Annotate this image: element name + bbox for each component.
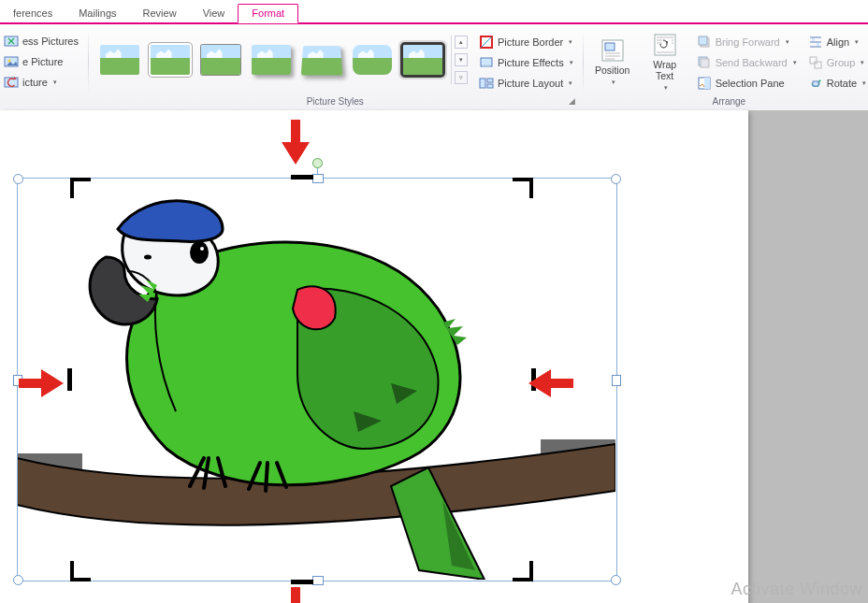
bring-forward-icon	[697, 35, 712, 50]
wrap-text-label: Wrap Text	[653, 60, 676, 81]
ribbon-tabs: ferences Mailings Review View Format	[0, 0, 868, 24]
resize-handle[interactable]	[13, 174, 23, 184]
selection-pane-button[interactable]: Selection Pane	[693, 73, 801, 93]
send-backward-button[interactable]: Send Backward ▾	[693, 52, 801, 72]
dropdown-arrow-icon: ▾	[793, 59, 797, 66]
picture-border-icon	[479, 35, 494, 50]
style-thumb[interactable]	[350, 41, 395, 79]
style-thumb[interactable]	[97, 41, 142, 79]
align-label: Align	[827, 36, 849, 48]
tab-review[interactable]: Review	[130, 5, 190, 22]
dropdown-arrow-icon: ▾	[569, 38, 572, 46]
dropdown-arrow-icon: ▾	[861, 59, 864, 66]
send-backward-label: Send Backward	[716, 57, 788, 68]
svg-rect-8	[487, 79, 493, 82]
dropdown-arrow-icon: ▾	[664, 84, 668, 92]
tab-view[interactable]: View	[190, 5, 239, 22]
dialog-launcher-icon[interactable]: ◢	[566, 95, 579, 108]
picture-layout-icon	[479, 76, 494, 91]
tab-format[interactable]: Format	[238, 4, 298, 23]
group-picture-styles: ▴▾▿ Picture Border ▾ Picture Effects ▾	[88, 24, 583, 110]
compress-pictures-button[interactable]: ess Pictures	[2, 32, 80, 50]
selection-pane-label: Selection Pane	[716, 78, 785, 89]
style-thumb[interactable]	[198, 41, 243, 79]
picture-effects-button[interactable]: Picture Effects ▾	[475, 52, 577, 72]
svg-rect-15	[699, 36, 707, 45]
dropdown-arrow-icon: ▾	[862, 79, 866, 87]
group-label-picture-styles: Picture Styles	[94, 96, 577, 108]
selection-pane-icon	[697, 76, 712, 91]
style-thumb[interactable]	[148, 41, 193, 79]
crop-handle[interactable]	[70, 178, 74, 198]
style-thumb[interactable]	[249, 41, 294, 79]
crop-handle[interactable]	[67, 368, 72, 391]
tab-mailings[interactable]: Mailings	[65, 5, 129, 22]
resize-handle[interactable]	[611, 174, 621, 184]
align-button[interactable]: Align ▾	[804, 32, 868, 51]
position-button[interactable]: Position ▾	[588, 30, 637, 93]
tab-references[interactable]: ferences	[0, 5, 65, 22]
annotation-arrow-icon	[278, 120, 313, 165]
ribbon: ess Pictures e Picture icture ▾	[0, 24, 868, 111]
svg-rect-11	[605, 43, 615, 50]
change-picture-icon	[4, 54, 19, 69]
document-area: Activate Window	[0, 110, 868, 603]
picture-border-label: Picture Border	[498, 36, 563, 48]
align-icon	[808, 35, 823, 50]
svg-rect-19	[704, 78, 710, 89]
rotate-button[interactable]: Rotate ▾	[804, 73, 868, 93]
svg-rect-20	[812, 38, 815, 41]
picture-styles-gallery[interactable]: ▴▾▿	[94, 30, 471, 90]
annotation-arrow-icon	[528, 366, 573, 401]
dropdown-arrow-icon: ▾	[855, 38, 859, 46]
crop-handle[interactable]	[291, 175, 313, 179]
picture-effects-label: Picture Effects	[498, 57, 564, 68]
svg-rect-6	[483, 65, 490, 67]
reset-picture-icon	[4, 75, 19, 90]
crop-handle[interactable]	[529, 178, 533, 198]
bring-forward-button[interactable]: Bring Forward ▾	[693, 32, 801, 51]
reset-picture-button[interactable]: icture ▾	[2, 73, 80, 92]
annotation-arrow-icon	[19, 366, 64, 401]
style-thumb[interactable]	[400, 41, 445, 79]
svg-rect-9	[487, 84, 493, 88]
wrap-text-icon	[652, 32, 678, 58]
picture-layout-label: Picture Layout	[498, 78, 563, 89]
compress-icon	[4, 34, 19, 49]
annotation-arrow-icon	[278, 587, 313, 603]
rotate-handle[interactable]	[312, 158, 323, 168]
svg-rect-24	[813, 81, 818, 86]
svg-rect-17	[701, 59, 709, 67]
crop-handle[interactable]	[529, 561, 533, 581]
group-icon	[808, 55, 823, 70]
dropdown-arrow-icon: ▾	[53, 79, 57, 86]
position-label: Position	[595, 65, 629, 77]
group-adjust: ess Pictures e Picture icture ▾	[0, 24, 88, 110]
dropdown-arrow-icon: ▾	[612, 79, 615, 86]
resize-handle[interactable]	[612, 375, 621, 386]
change-picture-button[interactable]: e Picture	[2, 52, 80, 71]
dropdown-arrow-icon: ▾	[569, 79, 572, 87]
picture-border-button[interactable]: Picture Border ▾	[475, 32, 577, 51]
bring-forward-label: Bring Forward	[716, 36, 780, 48]
style-thumb[interactable]	[299, 41, 344, 79]
crop-frame[interactable]	[70, 178, 533, 581]
wrap-text-button[interactable]: Wrap Text ▾	[641, 30, 689, 93]
resize-handle[interactable]	[611, 575, 621, 585]
document-page[interactable]	[0, 110, 748, 603]
send-backward-icon	[697, 55, 712, 70]
picture-layout-button[interactable]: Picture Layout ▾	[475, 73, 577, 93]
picture-effects-icon	[479, 55, 494, 70]
group-arrange: Position ▾ Wrap Text ▾ Bring Forward ▾	[583, 24, 868, 110]
group-button[interactable]: Group ▾	[804, 52, 868, 72]
svg-rect-23	[815, 62, 821, 68]
gallery-more-button[interactable]: ▴▾▿	[451, 36, 468, 84]
dropdown-arrow-icon: ▾	[786, 38, 789, 46]
rotate-icon	[808, 76, 823, 91]
dropdown-arrow-icon: ▾	[570, 59, 573, 66]
activate-windows-watermark: Activate Window	[731, 580, 862, 599]
crop-handle[interactable]	[70, 561, 74, 581]
compress-pictures-label: ess Pictures	[22, 36, 79, 47]
resize-handle[interactable]	[13, 575, 23, 585]
crop-handle[interactable]	[291, 580, 313, 584]
